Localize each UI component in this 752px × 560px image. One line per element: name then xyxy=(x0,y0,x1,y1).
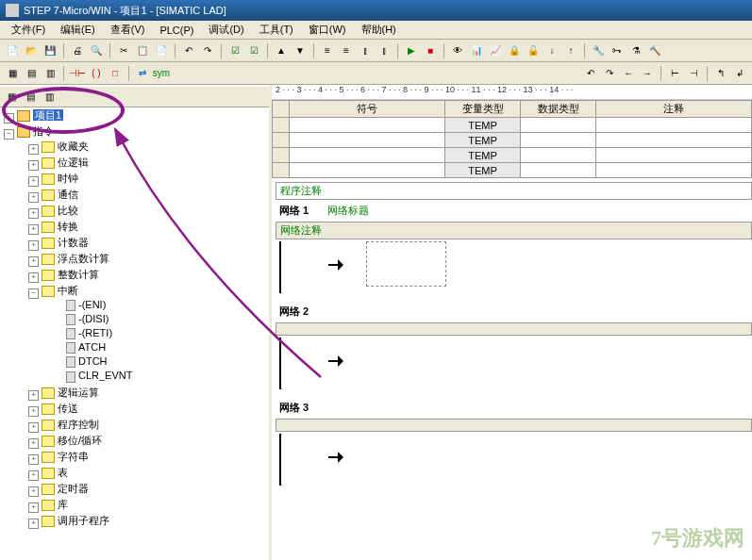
stop-icon[interactable]: ■ xyxy=(422,42,439,59)
tree-leaf[interactable]: CLR_EVNT xyxy=(53,369,269,383)
line-up-icon[interactable]: ⊢ xyxy=(666,65,683,82)
tree-item[interactable]: 通信 xyxy=(28,187,269,203)
delete-col-icon[interactable]: ⫿ xyxy=(376,42,393,59)
copy-icon[interactable]: 📋 xyxy=(134,42,151,59)
tree-leaf[interactable]: ATCH xyxy=(53,340,269,354)
tree-btn-1[interactable]: ▦ xyxy=(3,89,20,106)
tree-item[interactable]: 收藏夹 xyxy=(28,139,269,155)
coil-icon[interactable]: ( ) xyxy=(88,65,105,82)
branch-down-icon[interactable]: ↲ xyxy=(731,65,748,82)
open-icon[interactable]: 📂 xyxy=(23,42,40,59)
tree-item[interactable]: 调用子程序 xyxy=(28,513,269,529)
insert-col-icon[interactable]: ⫿ xyxy=(357,42,374,59)
undo-icon[interactable]: ↶ xyxy=(180,42,197,59)
unforce-icon[interactable]: 🔓 xyxy=(525,42,542,59)
view-stl-icon[interactable]: ▤ xyxy=(23,65,40,82)
network-comment[interactable] xyxy=(276,419,752,432)
program-comment[interactable]: 程序注释 xyxy=(276,182,752,200)
tree-item[interactable]: 计数器 xyxy=(28,235,269,251)
new-icon[interactable]: 📄 xyxy=(4,42,21,59)
menu-edit[interactable]: 编辑(E) xyxy=(53,21,103,39)
chart-icon[interactable]: 📈 xyxy=(487,42,504,59)
cut-icon[interactable]: ✂ xyxy=(115,42,132,59)
compile-all-icon[interactable]: ☑ xyxy=(245,42,262,59)
project-tree-sidebar[interactable]: ▦ ▤ ▥ 项目1 指令 收藏夹位逻辑时钟通信比较转换计数器浮点数计算整数计算中… xyxy=(0,85,272,560)
tree-root-project[interactable]: 项目1 xyxy=(4,107,269,124)
tree-item[interactable]: 逻辑运算 xyxy=(28,385,269,401)
tree-item-interrupt[interactable]: 中断-(ENI)-(DISI)-(RETI)ATCHDTCHCLR_EVNT xyxy=(28,283,269,385)
tree-item[interactable]: 定时器 xyxy=(28,481,269,497)
view-lad-icon[interactable]: ▦ xyxy=(4,65,21,82)
monitor-icon[interactable]: 👁 xyxy=(449,42,466,59)
box-icon[interactable]: □ xyxy=(107,65,124,82)
toggle-icon[interactable]: ⇄ xyxy=(134,65,151,82)
tree-item[interactable]: 移位/循环 xyxy=(28,433,269,449)
tree-item[interactable]: 字符串 xyxy=(28,449,269,465)
tree-leaf[interactable]: DTCH xyxy=(53,354,269,369)
tree-leaf[interactable]: -(RETI) xyxy=(53,326,269,340)
network-comment[interactable] xyxy=(276,322,752,336)
network-block[interactable]: 网络 2 xyxy=(276,303,752,389)
run-icon[interactable]: ▶ xyxy=(403,42,420,59)
symbol-table[interactable]: 符号 变量类型 数据类型 注释 TEMP TEMP TEMP TEMP xyxy=(272,100,752,178)
menu-view[interactable]: 查看(V) xyxy=(103,21,153,39)
col-header-vartype[interactable]: 变量类型 xyxy=(445,101,521,118)
tree-btn-3[interactable]: ▥ xyxy=(41,89,58,106)
paste-icon[interactable]: 📄 xyxy=(153,42,170,59)
branch-up-icon[interactable]: ↰ xyxy=(712,65,729,82)
ladder-editor[interactable]: 程序注释 网络 1网络标题网络注释网络 2网络 3 xyxy=(272,178,752,560)
contact-icon[interactable]: ⊣⊢ xyxy=(69,65,86,82)
insert-row-icon[interactable]: ≡ xyxy=(319,42,336,59)
tool-d-icon[interactable]: 🔨 xyxy=(646,42,663,59)
network-comment[interactable]: 网络注释 xyxy=(276,222,752,239)
save-icon[interactable]: 💾 xyxy=(42,42,58,59)
rung[interactable] xyxy=(279,434,752,486)
force-icon[interactable]: 🔒 xyxy=(506,42,523,59)
col-header-datatype[interactable]: 数据类型 xyxy=(521,101,596,118)
print-icon[interactable]: 🖨 xyxy=(69,42,86,59)
menu-debug[interactable]: 调试(D) xyxy=(201,21,251,39)
view-fbd-icon[interactable]: ▥ xyxy=(42,65,58,82)
menu-file[interactable]: 文件(F) xyxy=(4,21,53,39)
tree-instructions[interactable]: 指令 收藏夹位逻辑时钟通信比较转换计数器浮点数计算整数计算中断-(ENI)-(D… xyxy=(4,124,269,530)
status-icon[interactable]: 📊 xyxy=(468,42,485,59)
tree-leaf[interactable]: -(DISI) xyxy=(53,312,269,326)
network-title[interactable]: 网络标题 xyxy=(327,205,369,216)
read-icon[interactable]: ↓ xyxy=(543,42,560,59)
preview-icon[interactable]: 🔍 xyxy=(88,42,105,59)
nav-left-icon[interactable]: ← xyxy=(620,65,637,82)
network-block[interactable]: 网络 1网络标题网络注释 xyxy=(276,202,752,293)
rung[interactable] xyxy=(279,241,752,293)
tree-item[interactable]: 传送 xyxy=(28,401,269,417)
menu-plc[interactable]: PLC(P) xyxy=(152,23,201,38)
nav-right-icon[interactable]: → xyxy=(639,65,656,82)
download-icon[interactable]: ▼ xyxy=(292,42,309,59)
tree-item[interactable]: 库 xyxy=(28,497,269,513)
col-header[interactable] xyxy=(273,101,290,118)
upload-icon[interactable]: ▲ xyxy=(273,42,290,59)
cursor-box[interactable] xyxy=(366,241,446,287)
tree-leaf[interactable]: -(ENI) xyxy=(53,298,269,312)
compile-icon[interactable]: ☑ xyxy=(226,42,243,59)
menu-window[interactable]: 窗口(W) xyxy=(301,21,354,39)
rung[interactable] xyxy=(279,338,752,389)
tree-item[interactable]: 时钟 xyxy=(28,171,269,187)
tree-item[interactable]: 浮点数计算 xyxy=(28,251,269,267)
col-header-comment[interactable]: 注释 xyxy=(596,101,752,118)
tool-a-icon[interactable]: 🔧 xyxy=(590,42,607,59)
sym-icon[interactable]: sym xyxy=(153,65,170,82)
tree-item[interactable]: 比较 xyxy=(28,203,269,219)
tree-item[interactable]: 转换 xyxy=(28,219,269,235)
network-block[interactable]: 网络 3 xyxy=(276,399,752,486)
tree-btn-2[interactable]: ▤ xyxy=(22,89,39,106)
write-icon[interactable]: ↑ xyxy=(562,42,579,59)
tool-b-icon[interactable]: 🗝 xyxy=(609,42,626,59)
tree-item[interactable]: 程序控制 xyxy=(28,417,269,433)
tool-c-icon[interactable]: ⚗ xyxy=(627,42,644,59)
menu-help[interactable]: 帮助(H) xyxy=(354,21,404,39)
nav-prev-icon[interactable]: ↶ xyxy=(582,65,599,82)
tree-item[interactable]: 整数计算 xyxy=(28,267,269,283)
delete-row-icon[interactable]: ≡ xyxy=(338,42,355,59)
menu-tools[interactable]: 工具(T) xyxy=(252,21,301,39)
project-tree[interactable]: 项目1 指令 收藏夹位逻辑时钟通信比较转换计数器浮点数计算整数计算中断-(ENI… xyxy=(0,107,269,530)
